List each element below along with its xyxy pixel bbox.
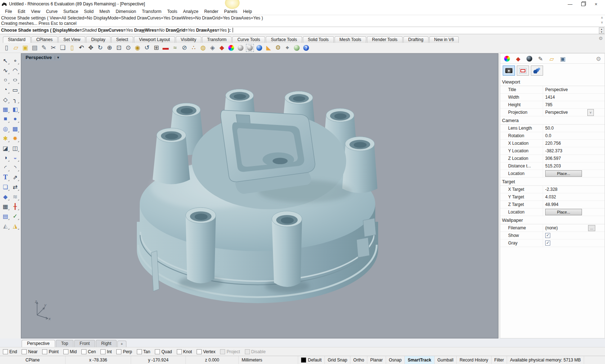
sidebar-tool-button[interactable]: ╂ [10,202,20,211]
property-value[interactable]: 0.0 [545,133,551,138]
status-item[interactable]: Available physical memory: 5713 MB [507,356,584,364]
sidebar-tool-button[interactable]: ▦ [1,202,10,211]
dropdown-arrow-icon[interactable]: ˅ [587,109,594,116]
toolbar-button[interactable]: ? [302,44,310,52]
property-row[interactable]: Location Place... [500,208,605,216]
property-row[interactable]: X Target -2.328 [500,186,605,193]
toolbar-group-tab[interactable]: Set View [58,36,85,43]
status-item[interactable]: Osnap [386,356,405,364]
sidebar-tool-button[interactable]: ▦ [1,104,10,114]
status-item[interactable]: x -78.336 [66,356,131,364]
status-item[interactable]: CPlane [0,356,66,364]
property-value[interactable]: 515.203 [545,163,561,168]
toolbar-button[interactable]: ⊡ [115,44,123,52]
sidebar-tool-button[interactable]: ✓ [10,211,20,221]
status-item[interactable]: z 0.000 [186,356,239,364]
menu-item[interactable]: Render [201,9,221,14]
sidebar-tool-button[interactable]: ◆ [1,192,10,201]
viewport[interactable]: Perspective ▼ [21,53,498,338]
panel-tab[interactable]: ⚙ [595,55,602,62]
property-row[interactable]: Camera [500,116,605,125]
command-history-scrollbar[interactable]: ∧ ∨ [600,15,604,25]
osnap-toggle[interactable]: Vertex [197,349,215,354]
toolbar-button[interactable]: ⊘ [180,44,189,52]
property-row[interactable]: X Location 220.756 [500,140,605,147]
checkbox[interactable] [81,349,86,354]
toolbar-button[interactable]: ▬ [161,44,170,52]
osnap-toggle[interactable]: Mid [63,349,77,354]
toolbar-button[interactable] [255,44,264,52]
status-item[interactable]: Planar [367,356,386,364]
property-row[interactable]: Location Place... [500,170,605,177]
toolbar-button[interactable]: ⊕ [105,44,114,52]
property-row[interactable]: Target [500,177,605,186]
command-history[interactable]: Choose Shade settings ( View=All Selecte… [0,15,605,27]
toolbar-group-tab[interactable]: Solid Tools [303,36,334,43]
sidebar-tool-button[interactable]: ◑ [1,153,10,162]
status-item[interactable]: Record History [457,356,491,364]
property-row[interactable]: Height 785 [500,101,605,109]
panel-tab[interactable] [503,55,511,62]
sidebar-tool-button[interactable]: ○ [10,75,20,85]
toolbar-group-tab[interactable]: Curve Tools [232,36,265,43]
add-viewport-tab-button[interactable]: + [117,341,126,347]
toolbar-group-tab[interactable]: Transform [202,36,232,43]
checkbox[interactable] [137,349,142,354]
sidebar-tool-button[interactable]: ∘ [10,56,20,65]
panel-tab[interactable]: ◆ [514,55,522,62]
minimize-button[interactable]: — [568,1,573,6]
viewport-tab[interactable]: Front [74,340,95,347]
checkbox[interactable] [42,349,47,354]
sidebar-tool-button[interactable]: ○ [1,75,10,85]
panel-tab[interactable]: ▱ [548,55,556,62]
checkbox[interactable] [220,349,225,354]
viewport-title-menu[interactable]: Perspective ▼ [23,54,61,61]
sidebar-tool-button[interactable]: ◪ [1,143,10,153]
sidebar-tool-button[interactable]: ● [10,114,20,123]
menu-item[interactable]: View [28,9,43,14]
sidebar-tool-button[interactable]: ↖ [1,56,10,65]
checkbox[interactable] [63,349,68,354]
toolbar-group-tab[interactable]: Render Tools [367,36,403,43]
sidebar-tool-button[interactable]: ◧ [10,104,20,114]
status-item[interactable]: Gumball [435,356,457,364]
sidebar-tool-button[interactable]: T [1,172,10,182]
property-value[interactable]: -382.373 [545,148,562,153]
menu-item[interactable]: Mesh [97,9,113,14]
sidebar-tool-button[interactable]: ◫ [10,143,20,153]
sidebar-tool-button[interactable]: ▭ [10,85,20,94]
property-value[interactable]: 48.994 [545,202,559,207]
toolbar-group-tab[interactable]: Standard [3,36,31,43]
toolbar-button[interactable]: ↺ [143,44,151,52]
osnap-toggle[interactable]: Quad [155,349,172,354]
property-value[interactable]: 1414 [545,95,555,100]
osnap-toggle[interactable]: Knot [177,349,192,354]
osnap-toggle[interactable]: End [3,349,17,354]
osnap-toggle[interactable]: Point [42,349,58,354]
checkbox[interactable] [197,349,202,354]
sidebar-tool-button[interactable]: ◔ [1,85,10,94]
property-value[interactable]: 50.0 [545,126,554,131]
toolbar-button[interactable]: ▯ [68,44,76,52]
checkbox[interactable] [545,241,550,246]
property-row[interactable]: Wallpaper [500,216,605,224]
osnap-toggle[interactable]: Tan [137,349,150,354]
property-value[interactable]: Perspective [545,87,568,92]
checkbox[interactable] [22,349,27,354]
viewport-tab[interactable]: Perspective [22,340,55,347]
status-item[interactable]: Default [298,356,325,364]
property-row[interactable]: Show [500,232,605,239]
scroll-up-icon[interactable]: ∧ [601,15,603,20]
menu-item[interactable]: Edit [15,9,28,14]
menu-item[interactable]: Help [240,9,255,14]
osnap-toggle[interactable]: Near [22,349,37,354]
sidebar-tool-button[interactable]: ◇ [1,95,10,104]
browse-button[interactable]: ... [588,225,595,231]
toolbar-group-tab[interactable]: Surface Tools [266,36,302,43]
property-row[interactable]: Rotation 0.0 [500,132,605,140]
checkbox[interactable] [177,349,182,354]
property-value[interactable]: 785 [545,102,552,107]
toolbar-button[interactable]: ≈ [171,44,179,52]
osnap-toggle[interactable]: Cen [81,349,96,354]
restore-button[interactable] [581,1,586,6]
